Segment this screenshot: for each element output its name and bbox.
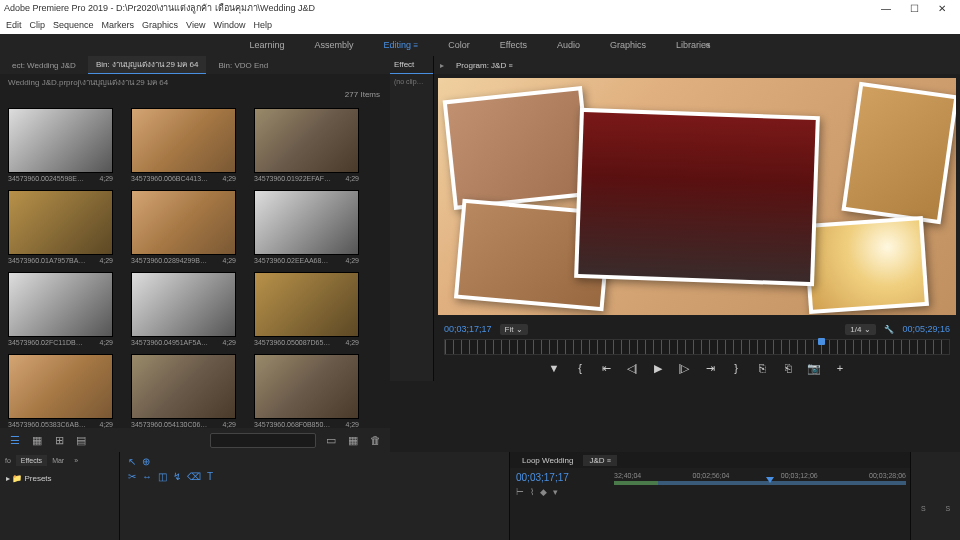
clip-thumbnail[interactable]: 34573960.02EEAA68B2D84F…4;29 bbox=[254, 190, 359, 266]
rate-stretch-tool-icon[interactable]: ↯ bbox=[173, 471, 181, 482]
add-marker-button[interactable]: ▼ bbox=[546, 362, 562, 374]
panel-tab[interactable]: Mar bbox=[47, 455, 69, 466]
sequence-tab-active[interactable]: J&D ≡ bbox=[583, 455, 616, 466]
timeline-ruler-area[interactable]: 32;40;04 00;02;56;04 00;03;12;06 00;03;2… bbox=[610, 468, 910, 540]
type-tool-icon[interactable]: T bbox=[207, 471, 213, 482]
timeline-segment[interactable] bbox=[614, 481, 658, 485]
program-viewer[interactable] bbox=[438, 78, 956, 315]
breadcrumb[interactable]: Wedding J&D.prproj\งานบุญแต่งงาน 29 มค 6… bbox=[0, 74, 390, 90]
sort-icon[interactable]: ▤ bbox=[74, 433, 88, 447]
selection-tool-icon[interactable]: ↖ bbox=[128, 456, 136, 467]
menu-item[interactable]: Clip bbox=[30, 20, 46, 30]
project-tab[interactable]: ect: Wedding J&D bbox=[4, 59, 84, 72]
search-field[interactable] bbox=[210, 433, 316, 448]
workspace-tab[interactable]: Graphics bbox=[610, 40, 646, 50]
play-button[interactable]: ▶ bbox=[650, 362, 666, 375]
export-frame-button[interactable]: 📷 bbox=[806, 362, 822, 375]
workspace-tab[interactable]: Effects bbox=[500, 40, 527, 50]
clip-duration: 4;29 bbox=[345, 175, 359, 182]
solo-button[interactable]: S bbox=[945, 505, 950, 512]
more-tabs-icon[interactable]: » bbox=[69, 455, 83, 466]
fit-dropdown[interactable]: Fit⌄ bbox=[500, 324, 529, 335]
timeline-panel: Loop Wedding J&D ≡ 00;03;17;17 ⊢ ⌇ ◆ ▾ 3… bbox=[510, 452, 910, 540]
sequence-tab[interactable]: Loop Wedding bbox=[516, 455, 579, 466]
thumbnail-grid: 34573960.00245598E8641…4;2934573960.006B… bbox=[0, 104, 390, 428]
chevron-right-icon[interactable]: ▸ bbox=[6, 474, 10, 483]
timeline-playhead-icon[interactable] bbox=[766, 477, 774, 483]
clip-thumbnail[interactable]: 34573960.01A7957BA43E45…4;29 bbox=[8, 190, 113, 266]
program-time-ruler[interactable] bbox=[444, 339, 950, 355]
new-bin-icon[interactable]: ▭ bbox=[324, 433, 338, 447]
minimize-button[interactable]: — bbox=[872, 3, 900, 14]
search-input[interactable] bbox=[210, 433, 316, 448]
effects-tab[interactable]: Effects bbox=[16, 455, 47, 466]
track-select-tool-icon[interactable]: ⊕ bbox=[142, 456, 150, 467]
menu-item[interactable]: View bbox=[186, 20, 205, 30]
clip-thumbnail[interactable]: 34573960.02894299B9F348…4;29 bbox=[131, 190, 236, 266]
icon-view-icon[interactable]: ▦ bbox=[30, 433, 44, 447]
goto-in-button[interactable]: ⇤ bbox=[598, 362, 614, 375]
menu-item[interactable]: Edit bbox=[6, 20, 22, 30]
freeform-view-icon[interactable]: ⊞ bbox=[52, 433, 66, 447]
clip-thumbnail[interactable]: 34573960.006BC441342A41…4;29 bbox=[131, 108, 236, 184]
solo-button[interactable]: S bbox=[921, 505, 926, 512]
menu-item[interactable]: Window bbox=[213, 20, 245, 30]
slip-tool-icon[interactable]: ↔ bbox=[142, 471, 152, 482]
menu-item[interactable]: Help bbox=[253, 20, 272, 30]
clip-thumbnail[interactable]: 34573960.05383C6AB84F4D…4;29 bbox=[8, 354, 113, 428]
program-tab[interactable]: Program: J&D ≡ bbox=[450, 59, 519, 72]
timeline-timecode[interactable]: 00;03;17;17 bbox=[516, 472, 604, 483]
clip-thumbnail[interactable]: 34573960.04951AF5A08548…4;29 bbox=[131, 272, 236, 348]
chevron-right-icon[interactable]: ▸ bbox=[440, 61, 444, 70]
lift-button[interactable]: ⎘ bbox=[754, 362, 770, 374]
effect-panel-title[interactable]: Effect bbox=[390, 56, 433, 74]
workspace-more-icon[interactable]: » bbox=[705, 40, 710, 50]
bottom-panels: fo Effects Mar » ▸ 📁 Presets ↖ ⊕ ✂ ↔ ◫ ↯… bbox=[0, 452, 960, 540]
goto-out-button[interactable]: ⇥ bbox=[702, 362, 718, 375]
clip-thumbnail[interactable]: 34573960.054130C06AB04F…4;29 bbox=[131, 354, 236, 428]
panel-tab[interactable]: fo bbox=[0, 455, 16, 466]
menu-item[interactable]: Markers bbox=[102, 20, 135, 30]
workspace-tab[interactable]: Audio bbox=[557, 40, 580, 50]
workspace-tab[interactable]: Assembly bbox=[314, 40, 353, 50]
workspace-tab[interactable]: Color bbox=[448, 40, 470, 50]
workspace-tab[interactable]: Learning bbox=[249, 40, 284, 50]
clip-thumbnail[interactable]: 34573960.01922EFAF05242D…4;29 bbox=[254, 108, 359, 184]
trash-icon[interactable]: 🗑 bbox=[368, 433, 382, 447]
list-view-icon[interactable]: ☰ bbox=[8, 433, 22, 447]
workspace-tab-editing[interactable]: Editing ≡ bbox=[383, 40, 418, 50]
ripple-tool-icon[interactable]: ✂ bbox=[128, 471, 136, 482]
menu-item[interactable]: Sequence bbox=[53, 20, 94, 30]
clip-thumbnail[interactable]: 34573960.02FC11DB600D43…4;29 bbox=[8, 272, 113, 348]
clip-duration: 4;29 bbox=[222, 421, 236, 428]
marker-icon[interactable]: ◆ bbox=[540, 487, 547, 497]
bin-tab-active[interactable]: Bin: งานบุญแต่งงาน 29 มค 64 bbox=[88, 56, 206, 74]
link-icon[interactable]: ⌇ bbox=[530, 487, 534, 497]
playhead-icon[interactable] bbox=[818, 338, 825, 345]
scale-dropdown[interactable]: 1/4⌄ bbox=[845, 324, 876, 335]
razor-tool-icon[interactable]: ⌫ bbox=[187, 471, 201, 482]
clip-thumbnail[interactable]: 34573960.00245598E8641…4;29 bbox=[8, 108, 113, 184]
timeline-track[interactable] bbox=[614, 481, 906, 485]
settings-icon[interactable]: ▾ bbox=[553, 487, 558, 497]
clip-thumbnail[interactable]: 34573960.068F0B850F9B42F…4;29 bbox=[254, 354, 359, 428]
timeline-segment[interactable] bbox=[658, 481, 906, 485]
program-timecode[interactable]: 00;03;17;17 bbox=[444, 324, 492, 334]
snap-icon[interactable]: ⊢ bbox=[516, 487, 524, 497]
step-forward-button[interactable]: |▷ bbox=[676, 362, 692, 375]
mark-out-button[interactable]: } bbox=[728, 362, 744, 374]
clip-thumbnail[interactable]: 34573960.050087D65ECE4B…4;29 bbox=[254, 272, 359, 348]
pen-tool-icon[interactable]: ◫ bbox=[158, 471, 167, 482]
hamburger-icon: ≡ bbox=[508, 62, 512, 69]
button-editor-button[interactable]: + bbox=[832, 362, 848, 374]
close-button[interactable]: ✕ bbox=[928, 3, 956, 14]
extract-button[interactable]: ⎗ bbox=[780, 362, 796, 374]
menu-item[interactable]: Graphics bbox=[142, 20, 178, 30]
wrench-icon[interactable]: 🔧 bbox=[884, 325, 894, 334]
new-item-icon[interactable]: ▦ bbox=[346, 433, 360, 447]
mark-in-button[interactable]: { bbox=[572, 362, 588, 374]
step-back-button[interactable]: ◁| bbox=[624, 362, 640, 375]
bin-tab[interactable]: Bin: VDO End bbox=[210, 59, 276, 72]
maximize-button[interactable]: ☐ bbox=[900, 3, 928, 14]
presets-label[interactable]: Presets bbox=[24, 474, 51, 483]
